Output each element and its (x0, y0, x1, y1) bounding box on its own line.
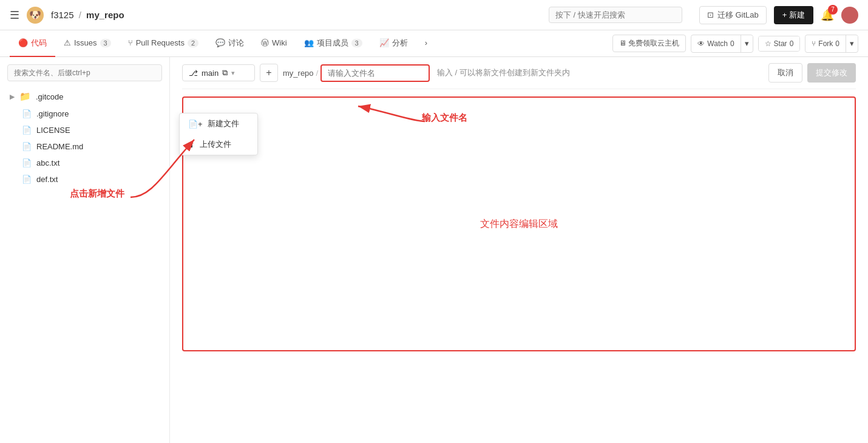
watch-group: 👁 Watch 0 ▾ (691, 35, 753, 53)
list-item[interactable]: 📄 .gitignore (0, 106, 169, 122)
file-icon: 📄 (22, 126, 32, 135)
nav-actions: ⊡ 迁移 GitLab + 新建 🔔 7 (699, 6, 858, 24)
top-nav: ☰ 🐶 f3125 / my_repo ⊡ 迁移 GitLab + 新建 🔔 7 (0, 0, 868, 30)
star-group: ☆ Star 0 (758, 36, 801, 52)
issues-badge: 3 (100, 39, 111, 47)
file-icon: 📄 (22, 175, 32, 184)
sidebar-search-input[interactable] (7, 64, 162, 81)
tab-more[interactable]: › (416, 30, 436, 57)
new-file-menu-item[interactable]: 📄+ 新建文件 (180, 113, 257, 134)
wiki-icon: Ⓦ (261, 38, 269, 49)
migrate-button[interactable]: ⊡ 迁移 GitLab (699, 6, 767, 24)
editor-area: ⎇ main ⧉ ▾ + my_repo / 输入 / 可以将新文件创建到新文件… (170, 57, 868, 443)
sidebar: ▶ 📁 .gitcode 📄 .gitignore 📄 LICENSE 📄 (0, 57, 170, 443)
fork-button[interactable]: ⑂ Fork 0 (805, 36, 846, 51)
discuss-icon: 💬 (215, 38, 225, 47)
free-cloud-button[interactable]: 🖥 免费领取云主机 (612, 35, 686, 52)
members-icon: 👥 (304, 38, 314, 47)
migrate-icon: ⊡ (707, 10, 714, 19)
search-input[interactable] (549, 7, 682, 23)
file-name: abc.txt (36, 158, 59, 167)
list-item[interactable]: 📄 LICENSE (0, 122, 169, 138)
file-name: LICENSE (36, 126, 70, 135)
main-content: ▶ 📁 .gitcode 📄 .gitignore 📄 LICENSE 📄 (0, 57, 868, 443)
add-button[interactable]: + (260, 64, 278, 82)
breadcrumb-repo: my_repo (86, 10, 124, 20)
tab-wiki[interactable]: Ⓦ Wiki (253, 30, 296, 57)
branch-selector[interactable]: ⎇ main ⧉ ▾ (182, 64, 255, 81)
fork-group: ⑂ Fork 0 ▾ (805, 35, 858, 53)
file-name: README.md (36, 142, 83, 151)
list-item[interactable]: ▶ 📁 .gitcode (0, 87, 169, 106)
file-name: .gitignore (36, 109, 69, 118)
file-name: .gitcode (36, 92, 64, 101)
chevron-right-icon: ▶ (10, 93, 15, 101)
list-item[interactable]: 📄 def.txt (0, 171, 169, 188)
star-button[interactable]: ☆ Star 0 (759, 36, 800, 51)
file-icon: 📄 (22, 142, 32, 151)
eye-icon: 👁 (697, 39, 705, 48)
new-file-icon: 📄+ (188, 120, 203, 129)
copy-icon: ⧉ (222, 68, 228, 78)
star-icon: ☆ (765, 39, 771, 48)
tab-code[interactable]: 🔴 代码 (10, 30, 55, 57)
folder-icon: 📁 (19, 91, 31, 102)
editor-placeholder: 文件内容编辑区域 (480, 218, 558, 231)
path-hint: 输入 / 可以将新文件创建到新文件夹内 (437, 67, 570, 78)
watch-button[interactable]: 👁 Watch 0 (691, 36, 740, 51)
analytics-icon: 📈 (379, 38, 389, 47)
file-name: def.txt (36, 175, 58, 184)
tabs-bar: 🔴 代码 ⚠ Issues 3 ⑂ Pull Requests 2 💬 讨论 Ⓦ… (0, 30, 868, 57)
fork-dropdown-button[interactable]: ▾ (846, 36, 858, 51)
filename-input[interactable] (320, 64, 430, 82)
hamburger-icon[interactable]: ☰ (10, 8, 19, 22)
file-icon: 📄 (22, 158, 32, 167)
list-item[interactable]: 📄 README.md (0, 138, 169, 155)
upload-file-menu-item[interactable]: ⬆ 上传文件 (180, 134, 257, 155)
logo-icon: 🐶 (27, 7, 44, 24)
fork-icon: ⑂ (812, 39, 816, 48)
dropdown-menu: 📄+ 新建文件 ⬆ 上传文件 (179, 113, 258, 155)
watch-dropdown-button[interactable]: ▾ (741, 36, 753, 51)
sidebar-search-area (0, 64, 169, 87)
editor-actions: 取消 提交修改 (768, 63, 856, 83)
avatar[interactable] (841, 7, 858, 24)
pullreqs-icon: ⑂ (128, 38, 133, 47)
pullreqs-badge: 2 (188, 39, 198, 47)
tab-analytics[interactable]: 📈 分析 (371, 30, 416, 57)
code-icon: 🔴 (18, 38, 28, 47)
cancel-button[interactable]: 取消 (768, 63, 802, 83)
breadcrumb-user: f3125 (51, 10, 74, 20)
editor-toolbar: ⎇ main ⧉ ▾ + my_repo / 输入 / 可以将新文件创建到新文件… (182, 57, 856, 89)
breadcrumb: f3125 / my_repo (51, 10, 124, 20)
branch-icon: ⎇ (189, 69, 198, 78)
new-button[interactable]: + 新建 (774, 6, 813, 24)
cloud-icon: 🖥 (619, 39, 626, 47)
path-breadcrumb: my_repo / 输入 / 可以将新文件创建到新文件夹内 (283, 64, 570, 82)
tab-issues[interactable]: ⚠ Issues 3 (55, 30, 120, 57)
editor-box[interactable]: 文件内容编辑区域 (182, 96, 856, 351)
tab-members[interactable]: 👥 项目成员 3 (296, 30, 371, 57)
issues-icon: ⚠ (64, 38, 71, 47)
file-icon: 📄 (22, 109, 32, 118)
tab-pullreqs[interactable]: ⑂ Pull Requests 2 (120, 30, 207, 57)
file-list: ▶ 📁 .gitcode 📄 .gitignore 📄 LICENSE 📄 (0, 87, 169, 188)
tab-discuss[interactable]: 💬 讨论 (207, 30, 253, 57)
branch-name: main (202, 69, 219, 78)
notification-badge: 7 (828, 5, 838, 15)
search-area (549, 7, 682, 23)
tabs-right-actions: 🖥 免费领取云主机 👁 Watch 0 ▾ ☆ Star (612, 35, 858, 53)
repo-path: my_repo (283, 69, 314, 78)
submit-button[interactable]: 提交修改 (807, 63, 856, 83)
chevron-down-icon: ▾ (231, 69, 235, 77)
notification-button[interactable]: 🔔 7 (821, 8, 834, 22)
upload-icon: ⬆ (188, 140, 195, 149)
list-item[interactable]: 📄 abc.txt (0, 155, 169, 171)
members-badge: 3 (351, 39, 362, 47)
